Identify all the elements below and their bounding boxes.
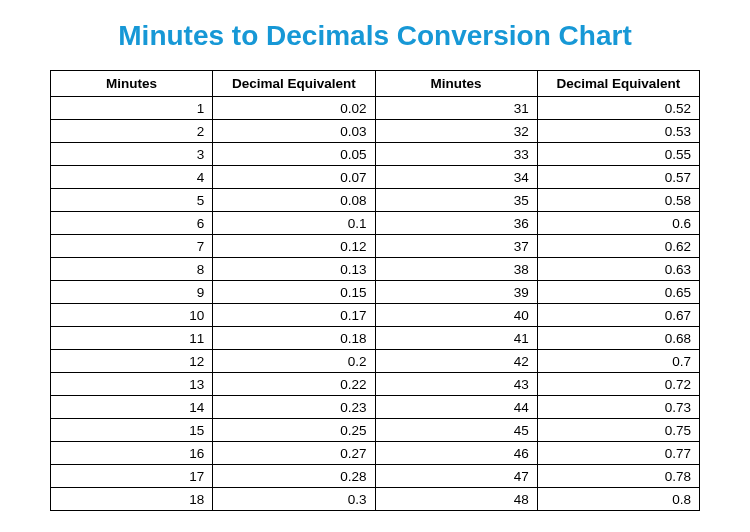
decimal-cell: 0.73: [537, 396, 699, 419]
minutes-cell: 17: [51, 465, 213, 488]
minutes-cell: 13: [51, 373, 213, 396]
decimal-cell: 0.77: [537, 442, 699, 465]
minutes-cell: 18: [51, 488, 213, 511]
minutes-cell: 39: [375, 281, 537, 304]
minutes-cell: 41: [375, 327, 537, 350]
decimal-cell: 0.68: [537, 327, 699, 350]
minutes-cell: 4: [51, 166, 213, 189]
decimal-cell: 0.27: [213, 442, 375, 465]
table-row: 90.15390.65: [51, 281, 700, 304]
table-row: 80.13380.63: [51, 258, 700, 281]
table-row: 150.25450.75: [51, 419, 700, 442]
decimal-cell: 0.78: [537, 465, 699, 488]
decimal-cell: 0.67: [537, 304, 699, 327]
decimal-cell: 0.58: [537, 189, 699, 212]
minutes-cell: 32: [375, 120, 537, 143]
table-row: 120.2420.7: [51, 350, 700, 373]
decimal-cell: 0.72: [537, 373, 699, 396]
table-row: 40.07340.57: [51, 166, 700, 189]
decimal-cell: 0.63: [537, 258, 699, 281]
decimal-cell: 0.03: [213, 120, 375, 143]
decimal-cell: 0.07: [213, 166, 375, 189]
table-row: 60.1360.6: [51, 212, 700, 235]
table-row: 110.18410.68: [51, 327, 700, 350]
header-decimal-2: Decimal Equivalent: [537, 71, 699, 97]
minutes-cell: 1: [51, 97, 213, 120]
table-row: 100.17400.67: [51, 304, 700, 327]
minutes-cell: 9: [51, 281, 213, 304]
table-row: 180.3480.8: [51, 488, 700, 511]
decimal-cell: 0.1: [213, 212, 375, 235]
decimal-cell: 0.25: [213, 419, 375, 442]
minutes-cell: 43: [375, 373, 537, 396]
minutes-cell: 6: [51, 212, 213, 235]
minutes-cell: 44: [375, 396, 537, 419]
table-row: 130.22430.72: [51, 373, 700, 396]
conversion-table: Minutes Decimal Equivalent Minutes Decim…: [50, 70, 700, 511]
minutes-cell: 47: [375, 465, 537, 488]
minutes-cell: 3: [51, 143, 213, 166]
minutes-cell: 42: [375, 350, 537, 373]
table-row: 10.02310.52: [51, 97, 700, 120]
table-row: 30.05330.55: [51, 143, 700, 166]
minutes-cell: 14: [51, 396, 213, 419]
table-row: 170.28470.78: [51, 465, 700, 488]
decimal-cell: 0.53: [537, 120, 699, 143]
minutes-cell: 45: [375, 419, 537, 442]
table-row: 160.27460.77: [51, 442, 700, 465]
minutes-cell: 35: [375, 189, 537, 212]
table-row: 70.12370.62: [51, 235, 700, 258]
minutes-cell: 16: [51, 442, 213, 465]
decimal-cell: 0.62: [537, 235, 699, 258]
decimal-cell: 0.13: [213, 258, 375, 281]
decimal-cell: 0.17: [213, 304, 375, 327]
header-minutes-2: Minutes: [375, 71, 537, 97]
header-minutes-1: Minutes: [51, 71, 213, 97]
minutes-cell: 5: [51, 189, 213, 212]
minutes-cell: 48: [375, 488, 537, 511]
table-row: 20.03320.53: [51, 120, 700, 143]
minutes-cell: 15: [51, 419, 213, 442]
minutes-cell: 7: [51, 235, 213, 258]
minutes-cell: 11: [51, 327, 213, 350]
minutes-cell: 37: [375, 235, 537, 258]
decimal-cell: 0.65: [537, 281, 699, 304]
minutes-cell: 38: [375, 258, 537, 281]
header-decimal-1: Decimal Equivalent: [213, 71, 375, 97]
decimal-cell: 0.12: [213, 235, 375, 258]
decimal-cell: 0.05: [213, 143, 375, 166]
decimal-cell: 0.7: [537, 350, 699, 373]
decimal-cell: 0.55: [537, 143, 699, 166]
minutes-cell: 40: [375, 304, 537, 327]
decimal-cell: 0.28: [213, 465, 375, 488]
decimal-cell: 0.15: [213, 281, 375, 304]
decimal-cell: 0.6: [537, 212, 699, 235]
table-row: 140.23440.73: [51, 396, 700, 419]
decimal-cell: 0.23: [213, 396, 375, 419]
decimal-cell: 0.57: [537, 166, 699, 189]
minutes-cell: 33: [375, 143, 537, 166]
minutes-cell: 2: [51, 120, 213, 143]
decimal-cell: 0.02: [213, 97, 375, 120]
decimal-cell: 0.52: [537, 97, 699, 120]
minutes-cell: 8: [51, 258, 213, 281]
minutes-cell: 36: [375, 212, 537, 235]
decimal-cell: 0.08: [213, 189, 375, 212]
table-header-row: Minutes Decimal Equivalent Minutes Decim…: [51, 71, 700, 97]
decimal-cell: 0.3: [213, 488, 375, 511]
decimal-cell: 0.22: [213, 373, 375, 396]
minutes-cell: 10: [51, 304, 213, 327]
minutes-cell: 12: [51, 350, 213, 373]
decimal-cell: 0.18: [213, 327, 375, 350]
page-title: Minutes to Decimals Conversion Chart: [50, 20, 700, 52]
minutes-cell: 34: [375, 166, 537, 189]
decimal-cell: 0.75: [537, 419, 699, 442]
table-row: 50.08350.58: [51, 189, 700, 212]
minutes-cell: 46: [375, 442, 537, 465]
minutes-cell: 31: [375, 97, 537, 120]
decimal-cell: 0.8: [537, 488, 699, 511]
decimal-cell: 0.2: [213, 350, 375, 373]
